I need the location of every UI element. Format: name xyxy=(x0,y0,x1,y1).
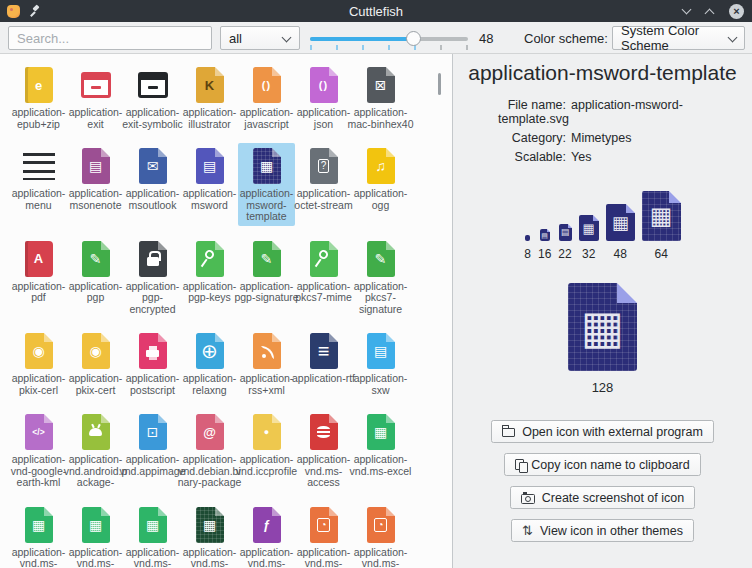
grid-item-application-postscript[interactable]: application-postscript xyxy=(124,328,181,399)
icon-size-slider[interactable] xyxy=(310,32,468,50)
grid-item-application-ogg[interactable]: ♫application-ogg xyxy=(352,143,409,226)
application-epub+zip-icon: e xyxy=(25,65,53,105)
grid-item-application-rss+xml[interactable]: application-rss+xml xyxy=(238,328,295,399)
application-pkcs7-mime-icon xyxy=(310,239,338,279)
search-input[interactable] xyxy=(8,26,212,50)
application-vnd.ms-infopath-icon: ƒ xyxy=(253,505,281,545)
icon-label: application-exit-symbolic xyxy=(122,107,183,130)
grid-item-application-vnd.ms-powerpoint.a[interactable]: ◔application-vnd.ms-powerpoint.a xyxy=(352,502,409,568)
icon-label: application-pgp-encrypted xyxy=(126,281,180,316)
cuttlefish-window: Cuttlefish × all 48 Color scheme: System… xyxy=(0,0,752,568)
icon-label: application-msword-template xyxy=(240,188,294,223)
icon-label: application-pkix-cerl xyxy=(12,373,66,396)
icon-label: application-illustrator xyxy=(183,107,237,130)
grid-item-application-pgp-keys[interactable]: application-pgp-keys xyxy=(181,236,238,319)
icon-label: application-pgp-signature xyxy=(234,281,298,304)
pin-icon[interactable] xyxy=(29,5,41,17)
grid-item-application-pdf[interactable]: Aapplication-pdf xyxy=(10,236,67,319)
size-preview-32: ▦32 xyxy=(579,215,599,261)
view-other-themes-button[interactable]: ⇅View icon in other themes xyxy=(511,519,694,542)
grid-item-application-vnd.debian.binary-package[interactable]: @application-vnd.debian.binary-package xyxy=(181,409,238,492)
grid-item-application-rtf[interactable]: ≡application-rtf xyxy=(295,328,352,399)
icon-list-panel: eapplication-epub+zipapplication-exitapp… xyxy=(0,54,452,568)
application-vnd-google-earth-kml-icon: </> xyxy=(25,412,53,452)
icon-label: application-pkcs7-signature xyxy=(354,281,408,316)
slider-handle[interactable] xyxy=(406,31,421,46)
grid-item-application-pkcs7-signature[interactable]: ✎application-pkcs7-signature xyxy=(352,236,409,319)
grid-item-application-sxw[interactable]: ▤application-sxw xyxy=(352,328,409,399)
grid-item-application-relaxng[interactable]: ⊕application-relaxng xyxy=(181,328,238,399)
vertical-scrollbar[interactable] xyxy=(438,73,441,95)
grid-item-application-pgp[interactable]: ✎application-pgp xyxy=(67,236,124,319)
app-icon xyxy=(7,5,20,18)
grid-item-application-exit-symbolic[interactable]: application-exit-symbolic xyxy=(124,62,181,133)
size-preview-64: ▦64 xyxy=(642,191,681,261)
minimize-button[interactable] xyxy=(683,7,691,15)
field-label: File name: xyxy=(498,98,566,112)
icon-label: application-vnd.debian.binary-package xyxy=(178,454,242,489)
application-octet-stream-icon: ? xyxy=(310,146,338,186)
application-mac-binhex40-icon: ⊠ xyxy=(367,65,395,105)
close-button[interactable]: × xyxy=(729,4,744,19)
icon-title: application-msword-template xyxy=(468,61,736,85)
grid-item-application-msword[interactable]: ▤application-msword xyxy=(181,143,238,226)
swap-icon: ⇅ xyxy=(522,524,533,537)
grid-item-application-vnd.android.package-[interactable]: application-vnd.android.package- xyxy=(67,409,124,492)
copy-name-button[interactable]: Copy icon name to clipboard xyxy=(504,453,700,476)
maximize-button[interactable] xyxy=(706,7,714,15)
grid-item-application-vnd.ms-excel.sheet.m[interactable]: ▦application-vnd.ms-excel.sheet.m xyxy=(124,502,181,568)
color-scheme-dropdown[interactable]: System Color Scheme xyxy=(612,26,745,50)
grid-item-application-vnd.ms-excel.addin.m[interactable]: ▦application-vnd.ms-excel.addin.m xyxy=(10,502,67,568)
grid-item-application-epub+zip[interactable]: eapplication-epub+zip xyxy=(10,62,67,133)
grid-item-application-vnd.ms-infopath[interactable]: ƒapplication-vnd.ms-infopath xyxy=(238,502,295,568)
icon-label: application-pgp-keys xyxy=(183,281,237,304)
grid-item-application-msword-template[interactable]: ▦application-msword-template xyxy=(238,143,295,226)
size-preview-22: ▤22 xyxy=(558,224,571,261)
grid-item-application-illustrator[interactable]: Kapplication-illustrator xyxy=(181,62,238,133)
grid-item-application-vnd.ms-excel.templat[interactable]: ▦application-vnd.ms-excel.templat xyxy=(181,502,238,568)
grid-item-application-vnd.ms-powerpoint[interactable]: ◔application-vnd.ms-powerpoint xyxy=(295,502,352,568)
application-javascript-icon: () xyxy=(253,65,281,105)
chevron-down-icon xyxy=(729,34,736,42)
application-rtf-icon: ≡ xyxy=(310,331,338,371)
icon-label: application-vnd.ms-access xyxy=(297,454,351,489)
grid-item-application-pgp-encrypted[interactable]: application-pgp-encrypted xyxy=(124,236,181,319)
category-filter-dropdown[interactable]: all xyxy=(220,26,300,50)
grid-item-application-pkix-cert[interactable]: ◉application-pkix-cert xyxy=(67,328,124,399)
grid-item-application-vnd.appimage[interactable]: ⊡application-vnd.appimage xyxy=(124,409,181,492)
grid-item-application-vnd.ms-excel.sheet.bi[interactable]: ▦application-vnd.ms-excel.sheet.bi xyxy=(67,502,124,568)
icon-label: application-json xyxy=(297,107,351,130)
icon-label: application-vnd.ms-excel.sheet.m xyxy=(120,547,185,568)
icon-label: application-rtf xyxy=(292,373,355,385)
color-scheme-value: System Color Scheme xyxy=(621,23,729,53)
grid-item-application-vnd.ms-excel[interactable]: ▦application-vnd.ms-excel xyxy=(352,409,409,492)
toolbar: all 48 Color scheme: System Color Scheme xyxy=(0,22,752,54)
grid-item-application-pgp-signature[interactable]: ✎application-pgp-signature xyxy=(238,236,295,319)
icon-grid: eapplication-epub+zipapplication-exitapp… xyxy=(10,62,409,568)
application-pkix-cert-icon: ◉ xyxy=(82,331,110,371)
open-external-button[interactable]: Open icon with external program xyxy=(491,420,714,443)
grid-item-application-pkcs7-mime[interactable]: application-pkcs7-mime xyxy=(295,236,352,319)
grid-item-application-pkix-cerl[interactable]: ◉application-pkix-cerl xyxy=(10,328,67,399)
msword-template-icon: ▦ xyxy=(642,191,681,241)
grid-item-application-mac-binhex40[interactable]: ⊠application-mac-binhex40 xyxy=(352,62,409,133)
grid-item-application-vnd.iccprofile[interactable]: ●application-vnd.iccprofile xyxy=(238,409,295,492)
grid-item-application-javascript[interactable]: ()application-javascript xyxy=(238,62,295,133)
grid-item-application-exit[interactable]: application-exit xyxy=(67,62,124,133)
grid-item-application-menu[interactable]: application-menu xyxy=(10,143,67,226)
icon-label: application-mac-binhex40 xyxy=(348,107,414,130)
icon-label: application-vnd.ms-excel.templat xyxy=(179,547,241,568)
copy-icon xyxy=(515,459,524,470)
application-vnd.iccprofile-icon: ● xyxy=(253,412,281,452)
grid-item-application-msoutlook[interactable]: ✉application-msoutlook xyxy=(124,143,181,226)
application-msoutlook-icon: ✉ xyxy=(139,146,167,186)
grid-item-application-msonenote[interactable]: ▤application-msonenote xyxy=(67,143,124,226)
grid-item-application-vnd-google-earth-kml[interactable]: </>application-vnd-google-earth-kml xyxy=(10,409,67,492)
screenshot-button[interactable]: Create screenshot of icon xyxy=(510,486,695,509)
application-msword-template-icon: ▦ xyxy=(253,146,281,186)
grid-item-application-vnd.ms-access[interactable]: application-vnd.ms-access xyxy=(295,409,352,492)
grid-item-application-json[interactable]: ()application-json xyxy=(295,62,352,133)
icon-label: application-vnd.ms-excel.sheet.bi xyxy=(63,547,127,568)
application-pgp-keys-icon xyxy=(196,239,224,279)
grid-item-application-octet-stream[interactable]: ?application-octet-stream xyxy=(295,143,352,226)
